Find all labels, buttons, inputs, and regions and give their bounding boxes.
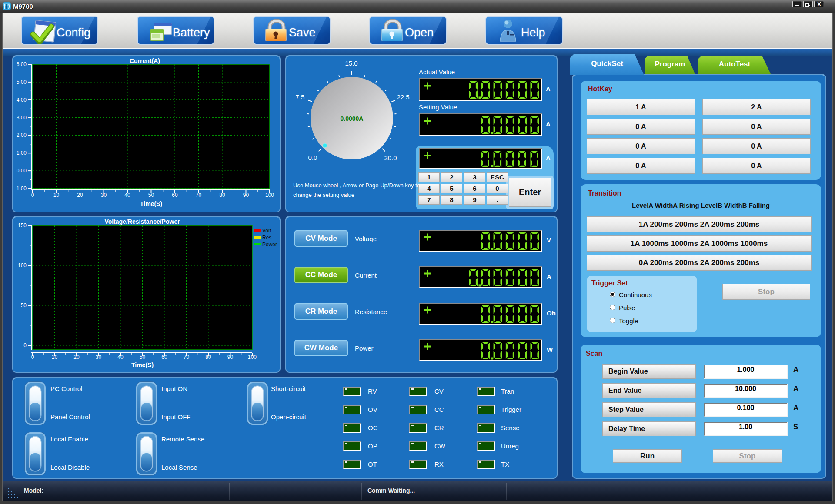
svg-text:0.00: 0.00 [17,168,27,174]
svg-text:6.00: 6.00 [17,61,27,67]
svg-text:80: 80 [219,192,225,198]
svg-text:10: 10 [53,192,60,198]
svg-text:1.00: 1.00 [17,150,27,156]
svg-text:70: 70 [184,354,190,360]
svg-text:90: 90 [227,354,234,360]
svg-text:0.0: 0.0 [308,154,317,161]
svg-text:30.0: 30.0 [384,154,397,162]
svg-text:90: 90 [243,192,249,198]
svg-text:15.0: 15.0 [345,60,357,67]
svg-text:Volt.: Volt. [262,228,272,234]
svg-text:Res.: Res. [262,235,273,241]
svg-text:5.00: 5.00 [17,79,27,85]
svg-text:50: 50 [140,354,146,360]
svg-text:60: 60 [172,192,178,198]
svg-text:20: 20 [77,192,83,198]
svg-text:0: 0 [31,354,34,360]
svg-text:100: 100 [248,354,257,360]
svg-text:150: 150 [18,222,27,229]
svg-text:0: 0 [31,192,34,198]
svg-text:70: 70 [196,192,202,198]
svg-text:4.00: 4.00 [17,97,27,103]
svg-text:60: 60 [161,354,167,360]
svg-text:50: 50 [21,302,27,308]
svg-text:40: 40 [117,354,124,360]
svg-text:2.00: 2.00 [17,132,27,138]
svg-text:Time(S): Time(S) [131,361,154,368]
svg-text:7.5: 7.5 [296,93,305,101]
svg-text:3.00: 3.00 [17,115,27,121]
svg-text:0: 0 [23,342,27,348]
svg-text:-1.00: -1.00 [15,186,27,192]
svg-text:80: 80 [205,354,211,360]
svg-text:30: 30 [101,192,107,198]
svg-text:40: 40 [124,192,130,198]
svg-text:20: 20 [73,354,80,360]
svg-text:100: 100 [265,192,274,198]
svg-text:22.5: 22.5 [397,93,409,101]
svg-text:Current(A): Current(A) [130,57,160,64]
svg-text:Power: Power [262,242,277,248]
svg-text:0.0000A: 0.0000A [341,115,364,122]
svg-text:100: 100 [18,262,27,269]
svg-text:10: 10 [52,354,58,360]
svg-text:30: 30 [96,354,102,360]
svg-text:Voltage/Resistance/Power: Voltage/Resistance/Power [104,218,180,225]
svg-text:50: 50 [148,192,154,198]
svg-text:Time(S): Time(S) [140,200,162,207]
